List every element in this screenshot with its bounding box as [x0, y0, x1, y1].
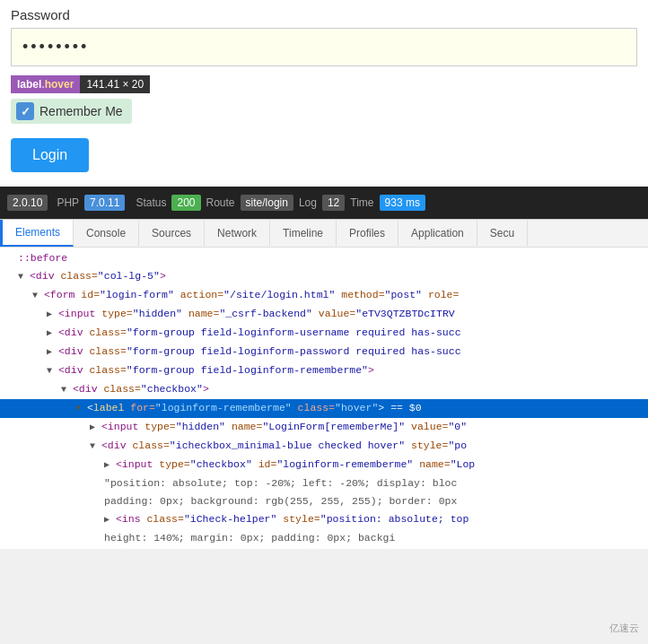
triangle-icon-3: ▼ [32, 291, 38, 300]
code-line-11[interactable]: ▼ <div class="icheckbox_minimal-blue che… [0, 437, 648, 456]
tab-network[interactable]: Network [205, 221, 270, 246]
password-input-container: label.hover 141.41 × 20 [11, 28, 637, 66]
triangle-icon-15: ▶ [104, 515, 109, 525]
debug-time-label: Time [350, 196, 373, 209]
tooltip-label-text: label [17, 78, 41, 91]
remember-me-row: Remember Me [11, 99, 637, 124]
code-line-8[interactable]: ▼ <div class="checkbox"> [0, 380, 648, 399]
debug-php-label: PHP [57, 196, 79, 209]
devtools-content: ::before ▼ <div class="col-lg-5"> ▼ <for… [0, 248, 648, 549]
code-line-4[interactable]: ▶ <input type="hidden" name="_csrf-backe… [0, 305, 648, 324]
triangle-icon-9: ▼ [75, 404, 81, 413]
password-input[interactable] [11, 28, 637, 66]
triangle-icon-4: ▶ [47, 309, 52, 319]
code-line-5[interactable]: ▶ <div class="form-group field-loginform… [0, 324, 648, 343]
tooltip-hover-text: hover [45, 78, 74, 91]
triangle-icon-8: ▼ [61, 385, 66, 395]
code-line-3[interactable]: ▼ <form id="login-form" action="/site/lo… [0, 286, 648, 305]
debug-log-count: 12 [322, 195, 345, 211]
login-button[interactable]: Login [11, 138, 89, 172]
triangle-icon-10: ▶ [90, 422, 95, 432]
password-label: Password [11, 7, 637, 22]
code-line-13: "position: absolute; top: -20%; left: -2… [0, 474, 648, 492]
devtools-panel: Elements Console Sources Network Timelin… [0, 219, 648, 549]
triangle-icon-11: ▼ [90, 441, 95, 451]
devtools-tabs: Elements Console Sources Network Timelin… [0, 220, 648, 248]
debug-status-label: Status [136, 196, 166, 209]
tooltip-label-badge: label.hover [11, 75, 80, 93]
triangle-icon-2: ▼ [18, 272, 23, 282]
pseudo-before: ::before [18, 252, 67, 264]
code-line-16: height: 140%; margin: 0px; padding: 0px;… [0, 529, 648, 547]
triangle-icon-5: ▶ [47, 328, 52, 338]
tab-timeline[interactable]: Timeline [270, 221, 337, 246]
code-line-7[interactable]: ▼ <div class="form-group field-loginform… [0, 361, 648, 380]
code-line-9-highlighted[interactable]: ▼ <label for="loginform-rememberme" clas… [0, 399, 648, 418]
debug-bar: 2.0.10 PHP 7.0.11 Status 200 Route site/… [0, 187, 648, 219]
debug-log-label: Log [299, 196, 317, 209]
remember-checkbox-wrapper[interactable]: Remember Me [11, 99, 132, 124]
debug-php-version: 7.0.11 [84, 195, 125, 211]
debug-time-value: 933 ms [380, 195, 425, 211]
tab-profiles[interactable]: Profiles [337, 221, 398, 246]
tab-console[interactable]: Console [74, 221, 139, 246]
tab-elements[interactable]: Elements [0, 220, 74, 247]
triangle-icon-7: ▼ [47, 366, 52, 376]
tab-application[interactable]: Application [398, 221, 477, 246]
debug-status-code: 200 [171, 195, 200, 211]
tooltip-badge: label.hover 141.41 × 20 [11, 75, 150, 93]
code-line-6[interactable]: ▶ <div class="form-group field-loginform… [0, 343, 648, 361]
code-line-12[interactable]: ▶ <input type="checkbox" id="loginform-r… [0, 456, 648, 474]
debug-version: 2.0.10 [7, 195, 48, 211]
login-area: Password label.hover 141.41 × 20 Remembe… [0, 0, 648, 187]
triangle-icon-12: ▶ [104, 460, 109, 470]
code-line-14: padding: 0px; background: rgb(255, 255, … [0, 492, 648, 510]
code-line-15[interactable]: ▶ <ins class="iCheck-helper" style="posi… [0, 510, 648, 529]
debug-route-label: Route [206, 196, 235, 209]
tooltip-size-badge: 141.41 × 20 [80, 75, 150, 93]
tab-sources[interactable]: Sources [139, 221, 205, 246]
tab-security[interactable]: Secu [477, 221, 528, 246]
code-line-1: ::before [0, 249, 648, 267]
triangle-icon-6: ▶ [47, 347, 52, 357]
remember-checkmark-icon [16, 102, 34, 120]
remember-me-label: Remember Me [39, 104, 123, 118]
code-line-2[interactable]: ▼ <div class="col-lg-5"> [0, 267, 648, 286]
debug-route-value: site/login [241, 195, 293, 211]
code-line-10[interactable]: ▶ <input type="hidden" name="LoginForm[r… [0, 418, 648, 437]
